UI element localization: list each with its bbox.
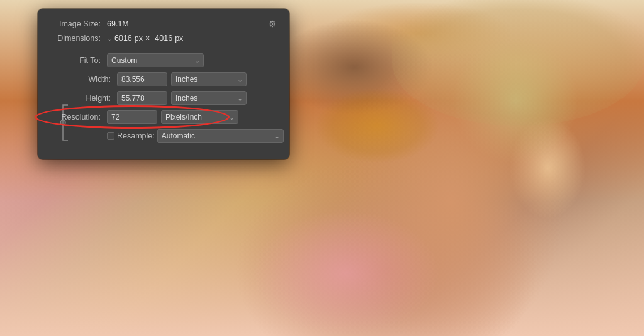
dimensions-width: 6016 bbox=[114, 34, 132, 43]
height-label: Height: bbox=[60, 94, 117, 103]
image-size-dialog: Image Size: 69.1M ⚙ Dimensions: ⌄ 6016 p… bbox=[38, 9, 289, 159]
height-row: Height: Inches Pixels Centimeters Millim… bbox=[60, 91, 277, 105]
resample-checkbox[interactable] bbox=[107, 132, 114, 140]
fit-to-select[interactable]: Custom Default Photoshop Size U.S. Paper… bbox=[107, 53, 204, 67]
fit-to-label: Fit To: bbox=[50, 56, 107, 65]
width-unit-select[interactable]: Inches Pixels Centimeters Millimeters Po… bbox=[171, 72, 247, 86]
resolution-unit-select[interactable]: Pixels/Inch Pixels/Centimeter bbox=[161, 110, 238, 124]
resolution-label: Resolution: bbox=[50, 113, 107, 121]
width-unit-select-wrapper: Inches Pixels Centimeters Millimeters Po… bbox=[171, 72, 247, 86]
image-size-value: 69.1M bbox=[107, 20, 129, 28]
chevron-down-icon[interactable]: ⌄ bbox=[107, 35, 112, 42]
resample-label: Resample: bbox=[117, 132, 157, 140]
resolution-row: Resolution: Pixels/Inch Pixels/Centimete… bbox=[50, 110, 277, 124]
height-unit-select-wrapper: Inches Pixels Centimeters Millimeters Po… bbox=[171, 91, 247, 105]
dimensions-row: Dimensions: ⌄ 6016 px × 4016 px bbox=[50, 34, 277, 43]
fit-to-row: Fit To: Custom Default Photoshop Size U.… bbox=[50, 53, 277, 67]
dimensions-unit-1: px bbox=[135, 34, 143, 43]
dimensions-label: Dimensions: bbox=[50, 34, 107, 43]
resample-select-wrapper: Automatic Preserve Details (enlargement)… bbox=[157, 129, 284, 143]
dimensions-height-val: 4016 bbox=[155, 34, 172, 43]
dimension-fields-group: Width: Inches Pixels Centimeters Millime… bbox=[50, 72, 277, 105]
width-label: Width: bbox=[60, 75, 117, 84]
separator-1 bbox=[50, 48, 277, 48]
resample-row: Resample: Automatic Preserve Details (en… bbox=[50, 129, 277, 143]
dimensions-value: 6016 px × 4016 px bbox=[114, 34, 183, 43]
width-row: Width: Inches Pixels Centimeters Millime… bbox=[60, 72, 277, 86]
width-input[interactable] bbox=[117, 72, 167, 86]
background-hat bbox=[392, 0, 644, 126]
dimensions-separator: × bbox=[145, 34, 150, 43]
gear-icon[interactable]: ⚙ bbox=[269, 19, 277, 29]
fit-to-select-wrapper: Custom Default Photoshop Size U.S. Paper… bbox=[107, 53, 204, 67]
resolution-input[interactable] bbox=[107, 110, 157, 124]
image-size-label: Image Size: bbox=[50, 20, 107, 28]
resolution-unit-select-wrapper: Pixels/Inch Pixels/Centimeter bbox=[161, 110, 238, 124]
height-input[interactable] bbox=[117, 91, 167, 105]
image-size-row: Image Size: 69.1M ⚙ bbox=[50, 19, 277, 29]
resample-select[interactable]: Automatic Preserve Details (enlargement)… bbox=[157, 129, 284, 143]
background-pink bbox=[252, 210, 440, 336]
height-unit-select[interactable]: Inches Pixels Centimeters Millimeters Po… bbox=[171, 91, 247, 105]
dimensions-unit-2: px bbox=[175, 34, 183, 43]
